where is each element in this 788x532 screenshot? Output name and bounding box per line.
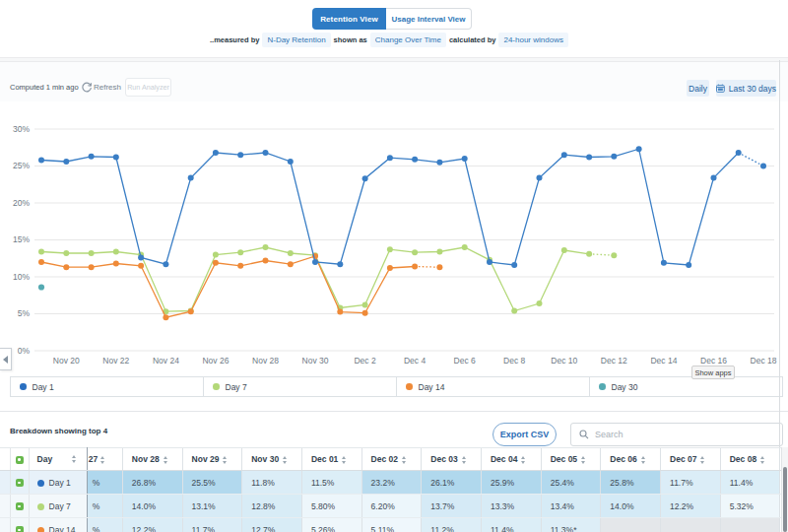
svg-text:Dec 8: Dec 8 bbox=[503, 356, 525, 366]
svg-text:25%: 25% bbox=[13, 161, 30, 170]
svg-text:Nov 22: Nov 22 bbox=[102, 356, 129, 366]
svg-text:Dec 14: Dec 14 bbox=[650, 356, 677, 366]
svg-text:15%: 15% bbox=[13, 234, 30, 244]
svg-text:Dec 4: Dec 4 bbox=[404, 356, 426, 366]
svg-text:Nov 24: Nov 24 bbox=[153, 356, 179, 366]
svg-text:Dec 12: Dec 12 bbox=[601, 356, 627, 366]
svg-text:Dec 10: Dec 10 bbox=[551, 356, 577, 366]
svg-text:0%: 0% bbox=[18, 346, 31, 356]
svg-text:Nov 26: Nov 26 bbox=[202, 356, 229, 366]
svg-text:Dec 18: Dec 18 bbox=[751, 356, 777, 366]
svg-text:10%: 10% bbox=[13, 272, 30, 282]
svg-text:Dec 6: Dec 6 bbox=[454, 356, 476, 366]
svg-text:Dec 16: Dec 16 bbox=[700, 356, 727, 366]
svg-text:Nov 28: Nov 28 bbox=[252, 356, 279, 366]
svg-text:30%: 30% bbox=[13, 124, 30, 134]
svg-text:Nov 20: Nov 20 bbox=[53, 356, 80, 366]
svg-text:5%: 5% bbox=[18, 308, 31, 318]
svg-text:Nov 30: Nov 30 bbox=[302, 356, 329, 366]
svg-text:20%: 20% bbox=[13, 198, 30, 208]
svg-text:Dec 2: Dec 2 bbox=[354, 356, 375, 366]
